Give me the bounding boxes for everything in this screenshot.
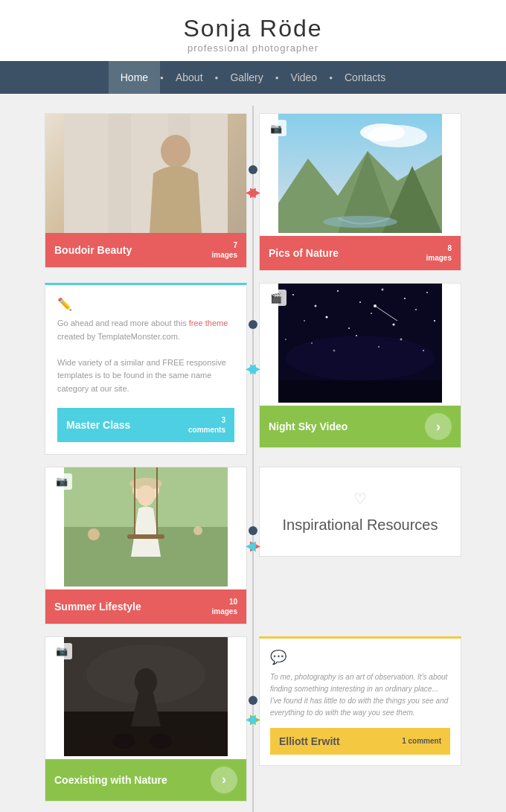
- nightsky-footer: Night Sky Video ›: [260, 406, 461, 447]
- summer-footer: Summer Lifestyle 10 images: [45, 589, 246, 624]
- quote-footer: Elliott Erwitt 1 comment: [270, 728, 450, 755]
- svg-point-12: [292, 294, 294, 295]
- post-boudoir: 📷 Boudoir Beau: [45, 113, 247, 271]
- arrow-left-2: ◀: [246, 360, 256, 377]
- inspirational-title: Inspirational Resources: [283, 517, 438, 534]
- post-quote: ◀ 💬 To me, photography is an art of obse…: [259, 636, 461, 802]
- pencil-icon: ✏️: [57, 297, 234, 311]
- svg-point-46: [193, 526, 202, 535]
- timeline: 📷 Boudoir Beau: [45, 106, 461, 812]
- svg-point-13: [315, 305, 317, 307]
- camera-icon-4: 📷: [51, 643, 72, 659]
- nightsky-title: Night Sky Video: [269, 421, 348, 432]
- arrow-left-1: ◀: [246, 184, 256, 200]
- boudoir-title: Boudoir Beauty: [54, 244, 132, 256]
- timeline-row-3: 📷: [45, 467, 461, 624]
- boudoir-card[interactable]: 📷 Boudoir Beau: [45, 113, 247, 268]
- free-theme-link[interactable]: free theme: [189, 319, 228, 327]
- masterclass-text: Go ahead and read more about this free t…: [57, 317, 234, 396]
- nature-card[interactable]: 📷: [259, 113, 461, 271]
- svg-point-19: [304, 320, 305, 322]
- svg-point-51: [112, 734, 135, 749]
- site-title: Sonja Röde: [0, 15, 506, 42]
- post-inspirational: ◀ ♡ Inspirational Resources: [259, 467, 461, 624]
- nav-home[interactable]: Home: [109, 61, 160, 94]
- nav-gallery[interactable]: Gallery: [218, 61, 275, 94]
- svg-point-35: [286, 336, 435, 380]
- coexist-arrow: ›: [211, 767, 237, 793]
- nightsky-card[interactable]: 🎬: [259, 283, 461, 448]
- svg-point-52: [150, 734, 172, 749]
- nav-video[interactable]: Video: [279, 61, 330, 94]
- post-masterclass: ✏️ Go ahead and read more about this fre…: [45, 283, 247, 455]
- post-nightsky: ◀ 🎬: [259, 283, 461, 455]
- nature-count: 8 images: [426, 243, 452, 263]
- svg-rect-36: [278, 380, 442, 403]
- post-coexist: 📷: [45, 636, 247, 802]
- svg-point-10: [323, 216, 397, 228]
- svg-point-16: [382, 289, 384, 291]
- summer-count: 10 images: [212, 597, 237, 616]
- svg-point-26: [285, 339, 286, 340]
- boudoir-footer: Boudoir Beauty 7 images: [45, 233, 246, 267]
- nature-title: Pics of Nature: [269, 247, 339, 259]
- inspirational-card[interactable]: ♡ Inspirational Resources: [259, 467, 461, 557]
- nav-contacts[interactable]: Contacts: [333, 61, 397, 94]
- quote-author: Elliott Erwitt: [279, 735, 340, 747]
- svg-point-15: [359, 301, 361, 303]
- quote-card[interactable]: 💬 To me, photography is an art of observ…: [259, 636, 461, 766]
- summer-card[interactable]: 📷: [45, 467, 247, 624]
- timeline-node-2: [249, 320, 257, 329]
- svg-point-21: [348, 327, 350, 329]
- svg-point-34: [374, 304, 377, 307]
- timeline-row-4: 📷: [45, 636, 461, 802]
- svg-point-23: [393, 324, 395, 326]
- main-nav: Home ● About ● Gallery ● Video ● Contact…: [0, 61, 506, 94]
- arrow-left-3: ◀: [246, 537, 256, 554]
- timeline-node-4: [249, 696, 257, 705]
- quote-count: 1 comment: [402, 737, 441, 745]
- coexist-card[interactable]: 📷: [45, 636, 247, 802]
- coexist-footer: Coexisting with Nature ›: [45, 759, 246, 801]
- svg-rect-0: [64, 114, 228, 233]
- svg-point-22: [371, 313, 372, 314]
- timeline-node-3: [249, 526, 257, 535]
- masterclass-card[interactable]: ✏️ Go ahead and read more about this fre…: [45, 283, 247, 455]
- svg-point-3: [161, 135, 190, 167]
- heart-icon: ♡: [353, 490, 367, 508]
- nav-about[interactable]: About: [164, 61, 215, 94]
- quote-text: To me, photography is an art of observat…: [270, 671, 450, 719]
- camera-icon-2: 📷: [266, 120, 286, 136]
- svg-point-45: [88, 528, 100, 540]
- svg-point-14: [337, 290, 339, 292]
- nature-footer: Pics of Nature 8 images: [260, 236, 461, 270]
- masterclass-footer: Master Class 3 comments: [57, 408, 234, 442]
- film-icon: 🎬: [266, 290, 286, 306]
- svg-point-25: [434, 320, 435, 322]
- svg-rect-1: [109, 114, 131, 233]
- masterclass-count: 3 comments: [188, 415, 225, 435]
- summer-title: Summer Lifestyle: [54, 601, 141, 613]
- post-summer: 📷: [45, 467, 247, 624]
- svg-point-41: [137, 485, 155, 506]
- coexist-title: Coexisting with Nature: [54, 774, 167, 786]
- arrow-left-4: ◀: [246, 711, 256, 727]
- camera-icon-3: 📷: [51, 473, 72, 490]
- svg-point-18: [426, 292, 428, 293]
- site-header: Sonja Röde professional photographer: [0, 0, 506, 61]
- timeline-node-1: [249, 165, 257, 174]
- svg-point-6: [360, 124, 405, 141]
- site-subtitle: professional photographer: [0, 42, 506, 54]
- nightsky-arrow: ›: [425, 413, 452, 440]
- svg-rect-44: [127, 534, 164, 539]
- timeline-row-1: 📷 Boudoir Beau: [45, 106, 461, 271]
- post-nature: ◀ 📷: [259, 113, 461, 271]
- svg-point-17: [404, 298, 406, 299]
- svg-point-20: [326, 316, 328, 319]
- boudoir-count: 7 images: [212, 240, 237, 260]
- svg-point-24: [415, 309, 417, 310]
- speech-icon: 💬: [270, 649, 450, 665]
- main-content: 📷 Boudoir Beau: [0, 94, 506, 812]
- masterclass-title: Master Class: [66, 419, 130, 431]
- timeline-row-2: ✏️ Go ahead and read more about this fre…: [45, 283, 461, 455]
